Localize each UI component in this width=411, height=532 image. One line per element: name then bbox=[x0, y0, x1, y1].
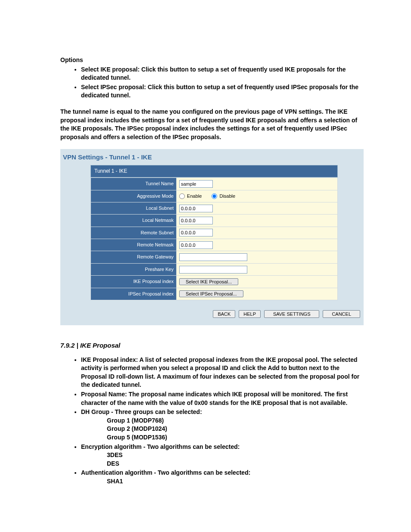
list-item: Authentication algorithm - Two algorithm… bbox=[81, 469, 364, 485]
field-cell bbox=[177, 239, 338, 251]
options-list: Select IKE proposal: Click this button t… bbox=[60, 65, 364, 100]
field-label: Aggressive Mode bbox=[91, 190, 177, 202]
settings-table: Tunnel Name Aggressive Mode Enable Disab… bbox=[90, 177, 338, 300]
list-item: Select IKE proposal: Click this button t… bbox=[81, 65, 364, 82]
field-cell bbox=[177, 227, 338, 239]
field-label: Remote Subnet bbox=[91, 227, 177, 239]
list-text: Encryption algorithm - Two algorithms ca… bbox=[81, 443, 240, 450]
table-row: Local Subnet bbox=[91, 202, 338, 214]
table-row: Remote Gateway bbox=[91, 251, 338, 263]
field-cell bbox=[177, 178, 338, 190]
table-row: Local Netmask bbox=[91, 215, 338, 227]
remote-netmask-input[interactable] bbox=[179, 241, 213, 249]
field-cell: Select IKE Proposal... bbox=[177, 276, 338, 288]
remote-subnet-input[interactable] bbox=[179, 229, 213, 236]
field-cell bbox=[177, 215, 338, 227]
aggressive-enable-radio[interactable] bbox=[179, 193, 185, 199]
field-cell: Enable Disable bbox=[177, 190, 338, 202]
help-button[interactable]: HELP bbox=[239, 310, 261, 318]
select-ike-proposal-button[interactable]: Select IKE Proposal... bbox=[179, 278, 238, 285]
aggressive-disable-radio[interactable] bbox=[212, 193, 217, 199]
field-cell bbox=[177, 251, 338, 263]
ike-proposal-list: IKE Proposal index: A list of selected p… bbox=[60, 356, 364, 486]
tunnel-name-input[interactable] bbox=[179, 180, 213, 188]
button-bar: BACK HELP SAVE SETTINGS CANCEL bbox=[60, 300, 364, 318]
sub-item: Group 5 (MODP1536) bbox=[107, 433, 364, 442]
select-ipsec-proposal-button[interactable]: Select IPSec Proposal... bbox=[179, 290, 243, 297]
list-text: Authentication algorithm - Two algorithm… bbox=[81, 469, 250, 476]
paragraph: The tunnel name is equal to the name you… bbox=[60, 108, 364, 141]
local-subnet-input[interactable] bbox=[179, 205, 213, 212]
section-heading: 7.9.2 | IKE Proposal bbox=[60, 341, 364, 350]
sub-item: SHA1 bbox=[107, 477, 364, 486]
table-row: Preshare Key bbox=[91, 263, 338, 275]
table-row: IKE Proposal index Select IKE Proposal..… bbox=[91, 276, 338, 288]
field-cell: Select IPSec Proposal... bbox=[177, 288, 338, 300]
panel-title: VPN Settings - Tunnel 1 - IKE bbox=[60, 149, 364, 165]
vpn-settings-panel: VPN Settings - Tunnel 1 - IKE Tunnel 1 -… bbox=[60, 149, 364, 325]
field-label: IPSec Proposal index bbox=[91, 288, 177, 300]
sub-item: Group 1 (MODP768) bbox=[107, 417, 364, 425]
save-settings-button[interactable]: SAVE SETTINGS bbox=[264, 310, 320, 318]
table-row: Tunnel Name bbox=[91, 178, 338, 190]
table-row: IPSec Proposal index Select IPSec Propos… bbox=[91, 288, 338, 300]
field-label: Remote Netmask bbox=[91, 239, 177, 251]
field-label: Tunnel Name bbox=[91, 178, 177, 190]
field-label: Remote Gateway bbox=[91, 251, 177, 263]
field-label: Local Netmask bbox=[91, 215, 177, 227]
sub-item: DES bbox=[107, 460, 364, 468]
cancel-button[interactable]: CANCEL bbox=[323, 310, 360, 318]
field-label: Local Subnet bbox=[91, 202, 177, 214]
remote-gateway-input[interactable] bbox=[179, 253, 247, 261]
list-item: DH Group - Three groups can be selected:… bbox=[81, 408, 364, 442]
table-row: Aggressive Mode Enable Disable bbox=[91, 190, 338, 202]
radio-label: Enable bbox=[187, 193, 202, 199]
sub-item: 3DES bbox=[107, 451, 364, 460]
sub-item: Group 2 (MODP1024) bbox=[107, 425, 364, 433]
preshare-key-input[interactable] bbox=[179, 266, 247, 274]
list-item: IKE Proposal index: A list of selected p… bbox=[81, 356, 364, 389]
list-text: DH Group - Three groups can be selected: bbox=[81, 408, 202, 415]
field-cell bbox=[177, 202, 338, 214]
radio-label: Disable bbox=[219, 193, 235, 199]
field-label: IKE Proposal index bbox=[91, 276, 177, 288]
option-text: Select IKE proposal: Click this button t… bbox=[81, 66, 346, 81]
back-button[interactable]: BACK bbox=[213, 310, 235, 318]
local-netmask-input[interactable] bbox=[179, 217, 213, 224]
options-heading: Options bbox=[60, 56, 364, 65]
field-cell bbox=[177, 263, 338, 275]
table-header: Tunnel 1 - IKE bbox=[90, 165, 338, 177]
list-item: Encryption algorithm - Two algorithms ca… bbox=[81, 443, 364, 468]
list-item: Select IPSec proposal: Click this button… bbox=[81, 83, 364, 100]
page-content: Options Select IKE proposal: Click this … bbox=[0, 0, 411, 532]
field-label: Preshare Key bbox=[91, 263, 177, 275]
table-row: Remote Subnet bbox=[91, 227, 338, 239]
list-item: Proposal Name: The proposal name indicat… bbox=[81, 390, 364, 407]
table-row: Remote Netmask bbox=[91, 239, 338, 251]
option-text: Select IPSec proposal: Click this button… bbox=[81, 84, 358, 99]
